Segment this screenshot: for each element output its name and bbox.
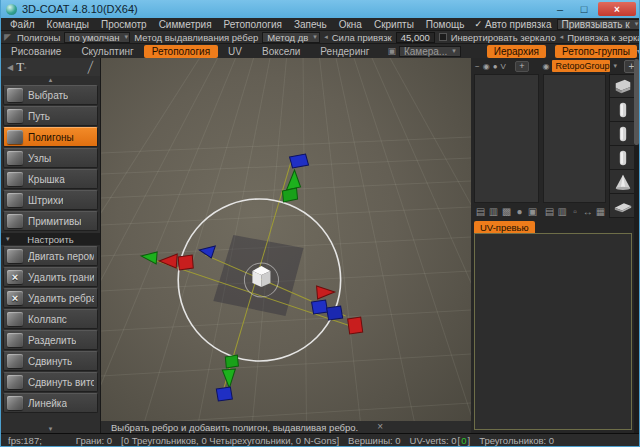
swap-groups-icon[interactable]: ↔ bbox=[582, 206, 593, 217]
tab-retopo-groups[interactable]: Ретопо-группы bbox=[555, 45, 637, 58]
menu-symmetry[interactable]: Симметрия bbox=[153, 19, 218, 30]
gizmo-handle-red[interactable] bbox=[178, 255, 193, 270]
menu-commands[interactable]: Команды bbox=[41, 19, 95, 30]
menu-file[interactable]: Файл bbox=[4, 19, 41, 30]
extrude-method-dropdown[interactable]: Метод дв ▾ bbox=[262, 32, 320, 43]
snap-to-label: Привязывать к bbox=[562, 19, 630, 30]
tab-paint[interactable]: Рисование bbox=[1, 45, 71, 58]
primitive-cone-icon[interactable] bbox=[609, 170, 636, 194]
section-adjust[interactable]: ▾ Настроить bbox=[1, 233, 100, 245]
collapse-left-icon[interactable]: ◀ bbox=[7, 63, 13, 72]
menu-bake[interactable]: Запечь bbox=[288, 19, 333, 30]
tab-render[interactable]: Рендеринг bbox=[310, 45, 379, 58]
hint-close-icon[interactable]: × bbox=[377, 421, 383, 432]
hierarchy-list[interactable] bbox=[474, 74, 539, 203]
tool-polygons[interactable]: Полигоны bbox=[3, 127, 98, 147]
retopo-group-item[interactable]: RetopoGroup bbox=[552, 60, 610, 72]
merge-groups-icon[interactable]: ▦ bbox=[595, 206, 606, 217]
add-item-button[interactable]: + bbox=[515, 61, 529, 72]
menu-view[interactable]: Просмотр bbox=[95, 19, 153, 30]
right-scrollbar[interactable] bbox=[634, 58, 639, 433]
auto-snap-check-icon[interactable]: ✓ bbox=[474, 19, 482, 29]
scrollbar-thumb[interactable] bbox=[634, 59, 639, 145]
delete-layer-icon[interactable]: ▥ bbox=[488, 206, 499, 217]
gizmo-handle-blue[interactable] bbox=[290, 154, 309, 168]
tab-retopo[interactable]: Ретопология bbox=[144, 45, 218, 58]
v-column-icon[interactable]: V bbox=[501, 62, 506, 71]
tab-uv[interactable]: UV bbox=[218, 45, 252, 58]
sphere-icon[interactable]: ● bbox=[514, 206, 525, 217]
preset-dropdown[interactable]: по умолчан ▾ bbox=[64, 32, 130, 43]
tool-path[interactable]: Путь bbox=[3, 106, 98, 126]
menu-scripts[interactable]: Скрипты bbox=[368, 19, 420, 30]
tool-shift-loop[interactable]: Сдвинуть виток bbox=[3, 372, 98, 392]
primitive-capsule-icon[interactable] bbox=[609, 146, 636, 170]
tool-strokes[interactable]: Штрихи bbox=[3, 190, 98, 210]
tool-collapse[interactable]: Коллапс bbox=[3, 309, 98, 329]
gizmo-handle-green[interactable] bbox=[287, 170, 301, 190]
pencil-icon[interactable]: ╱ bbox=[88, 61, 93, 74]
minimize-button[interactable]: – bbox=[548, 3, 572, 15]
main-tools-list: ВыбратьПутьПолигоныУзлыКрышкаШтрихиПрими… bbox=[1, 84, 100, 231]
menu-help[interactable]: Помощь bbox=[420, 19, 471, 30]
camera-dropdown[interactable]: Камера... ▾ bbox=[399, 46, 461, 57]
tool-move-brush[interactable]: Двигать пером bbox=[3, 246, 98, 266]
adjust-tools-list: Двигать пером×Удалить грани×Удалить ребр… bbox=[1, 245, 100, 413]
select-group-icon[interactable]: ▫ bbox=[570, 206, 581, 217]
snap-force-input[interactable]: 45,000 bbox=[396, 32, 435, 43]
gizmo-handle-red[interactable] bbox=[317, 286, 335, 299]
eye-icon[interactable]: ◉ bbox=[483, 62, 490, 71]
fps-counter: fps:187; bbox=[8, 435, 42, 446]
menu-bar: ФайлКомандыПросмотрСимметрияРетопологияЗ… bbox=[1, 18, 639, 31]
delete-group-icon[interactable]: ▥ bbox=[557, 206, 568, 217]
tab-voxels[interactable]: Воксели bbox=[252, 45, 310, 58]
menu-retopology[interactable]: Ретопология bbox=[218, 19, 288, 30]
duplicate-layer-icon[interactable]: ▩ bbox=[501, 206, 512, 217]
gizmo-handle-green[interactable] bbox=[225, 355, 238, 368]
primitive-plane-icon[interactable] bbox=[609, 194, 636, 218]
mirror-snap-label[interactable]: Привязка к зеркал bbox=[567, 32, 639, 43]
gizmo-handle-red[interactable] bbox=[159, 254, 177, 268]
primitive-block-icon[interactable] bbox=[609, 74, 636, 98]
tool-delete-edges[interactable]: ×Удалить ребра bbox=[3, 288, 98, 308]
scroll-down-icon[interactable]: ▾ bbox=[1, 425, 100, 433]
tool-delete-faces[interactable]: ×Удалить грани bbox=[3, 267, 98, 287]
scroll-up-icon[interactable]: ▴ bbox=[1, 76, 100, 84]
primitive-capsule-icon[interactable] bbox=[609, 98, 636, 122]
gizmo-handle-blue[interactable] bbox=[327, 306, 343, 320]
gizmo-handle-blue[interactable] bbox=[216, 387, 232, 401]
uv-preview-panel[interactable] bbox=[474, 233, 632, 430]
tool-shift[interactable]: Сдвинуть bbox=[3, 351, 98, 371]
tool-primitives[interactable]: Примитивы bbox=[3, 211, 98, 231]
invert-mirror-checkbox[interactable] bbox=[439, 33, 447, 41]
snap-force-label[interactable]: Сила привязк bbox=[332, 32, 392, 43]
new-group-icon[interactable]: ▤ bbox=[544, 206, 555, 217]
new-layer-icon[interactable]: ▤ bbox=[475, 206, 486, 217]
tab-hierarchy[interactable]: Иерархия bbox=[487, 45, 546, 58]
tool-cap[interactable]: Крышка bbox=[3, 169, 98, 189]
sphere-icon[interactable]: ● bbox=[493, 62, 498, 71]
snap-to-dropdown[interactable]: Привязывать к ▾ bbox=[557, 19, 639, 30]
eye-icon[interactable]: ◉ bbox=[543, 62, 550, 71]
viewport-3d[interactable]: Выбрать ребро и добавить полигон, выдавл… bbox=[101, 58, 471, 433]
gizmo-handle-blue[interactable] bbox=[312, 300, 328, 314]
maximize-button[interactable]: □ bbox=[572, 3, 596, 15]
tab-sculpt[interactable]: Скульптинг bbox=[71, 45, 143, 58]
gizmo-handle-red[interactable] bbox=[348, 317, 363, 334]
tab-uv-preview[interactable]: UV-превью bbox=[474, 221, 535, 233]
chevron-down-icon[interactable]: ▾ bbox=[613, 62, 617, 70]
tool-split[interactable]: Разделить bbox=[3, 330, 98, 350]
texture-tool-icon[interactable]: T bbox=[16, 59, 24, 75]
primitive-capsule-icon[interactable] bbox=[609, 122, 636, 146]
menu-windows[interactable]: Окна bbox=[333, 19, 368, 30]
tool-quads[interactable]: Узлы bbox=[3, 148, 98, 168]
tool-select[interactable]: Выбрать bbox=[3, 85, 98, 105]
gizmo-handle-green[interactable] bbox=[282, 188, 297, 202]
tool-ruler[interactable]: Линейка bbox=[3, 393, 98, 413]
retopo-groups-list[interactable] bbox=[543, 74, 606, 203]
auto-snap-label[interactable]: Авто привязка bbox=[485, 19, 552, 30]
close-button[interactable]: × bbox=[598, 2, 636, 16]
minus-icon[interactable]: − bbox=[475, 62, 480, 71]
chevron-down-icon: ▾ bbox=[313, 33, 317, 41]
instance-icon[interactable]: ▣ bbox=[527, 206, 538, 217]
